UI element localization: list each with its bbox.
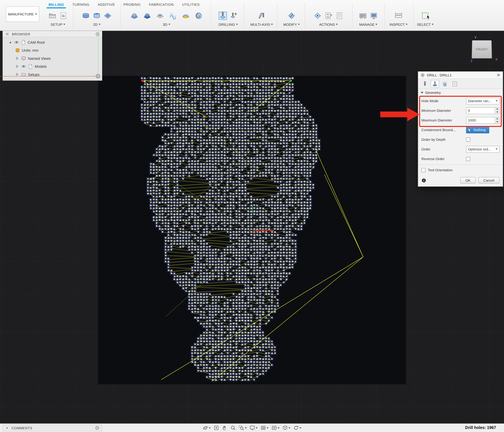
spin-down-icon[interactable] xyxy=(495,120,499,123)
spin-up-icon[interactable] xyxy=(495,107,499,110)
toolbar-group-label-multi-axis[interactable]: MULTI-AXIS xyxy=(251,23,273,26)
viewports-button[interactable] xyxy=(271,425,279,431)
cylinder-icon xyxy=(15,48,20,53)
fusion-manufacture-app: MANUFACTURE MILLINGTURNINGADDITIVEPROBIN… xyxy=(0,0,504,432)
grid-layout-button[interactable] xyxy=(261,425,269,431)
max-diameter-input[interactable]: 1000 xyxy=(466,117,499,123)
browser-header[interactable]: BROWSER xyxy=(2,31,102,37)
browser-item-named-views[interactable]: Named Views xyxy=(3,54,102,62)
order-by-depth-checkbox[interactable] xyxy=(466,137,470,142)
panel-menu-icon[interactable] xyxy=(95,32,100,36)
modify-icon[interactable] xyxy=(288,11,296,20)
toolbar-group-label-inspect[interactable]: INSPECT xyxy=(389,23,408,26)
workspace-switcher-button[interactable]: MANUFACTURE xyxy=(6,6,39,22)
contour-2d-icon[interactable] xyxy=(104,11,112,20)
tab-additive[interactable]: ADDITIVE xyxy=(94,0,119,9)
browser-item-cam-root[interactable]: CAM Root xyxy=(3,38,102,46)
flat-3d-icon[interactable] xyxy=(156,11,164,20)
drill-icon[interactable] xyxy=(219,11,227,20)
toolbar-group-label-actions[interactable]: ACTIONS xyxy=(319,23,338,26)
reverse-order-row: Reverse Order xyxy=(418,154,503,164)
dialog-tab-heights-tab-icon[interactable] xyxy=(441,80,449,88)
containment-nothing-button[interactable]: Nothing xyxy=(466,126,489,133)
expand-closed-icon[interactable] xyxy=(15,64,19,69)
spiral-3d-icon[interactable] xyxy=(195,11,203,20)
look-at-button[interactable] xyxy=(214,425,219,431)
pocket-2d-icon[interactable] xyxy=(92,11,101,20)
geometry-section-header[interactable]: Geometry xyxy=(418,89,503,96)
display-settings-button[interactable] xyxy=(250,425,258,431)
comments-panel[interactable]: COMMENTS xyxy=(2,424,102,431)
dialog-tab-passes-tab-icon[interactable] xyxy=(451,80,459,88)
expand-closed-icon[interactable] xyxy=(15,56,19,61)
spin-up-icon[interactable] xyxy=(495,117,499,120)
zoom-window-button[interactable] xyxy=(239,425,247,431)
section-collapse-icon[interactable] xyxy=(421,92,423,93)
min-diameter-value: 0 xyxy=(466,107,495,114)
expand-closed-icon[interactable] xyxy=(15,72,19,77)
dock-left-icon[interactable] xyxy=(5,32,9,36)
tool-orientation-checkbox[interactable] xyxy=(422,168,426,172)
spinner-buttons[interactable] xyxy=(495,107,499,114)
dialog-tab-geometry-tab-icon[interactable] xyxy=(431,80,439,88)
pocket-3d-icon[interactable] xyxy=(143,11,151,20)
viewcube-front-face[interactable]: FRONT xyxy=(472,40,492,58)
tab-turning[interactable]: TURNING xyxy=(68,0,94,9)
pan-button[interactable] xyxy=(222,425,227,431)
expand-open-icon[interactable] xyxy=(8,40,12,44)
tab-probing[interactable]: PROBING xyxy=(119,0,145,9)
simulate-icon[interactable] xyxy=(313,11,322,20)
order-dropdown[interactable]: Optimize ord... xyxy=(466,146,499,152)
cancel-button[interactable]: Cancel xyxy=(478,177,500,184)
toolbar-separator xyxy=(244,2,244,28)
swarf-icon[interactable] xyxy=(257,11,266,20)
toolbar-group-label-manage[interactable]: MANAGE xyxy=(359,23,378,26)
toolbar-group-label-3d[interactable]: 3D xyxy=(163,23,170,26)
toolbar-group-label-drilling[interactable]: DRILLING xyxy=(219,23,238,26)
navigation-dock xyxy=(203,425,301,431)
scallop-3d-icon[interactable] xyxy=(182,11,190,20)
refresh-button[interactable] xyxy=(293,425,301,431)
chevron-down-icon xyxy=(99,24,100,25)
setup-sheet-icon[interactable] xyxy=(335,11,343,20)
tab-utilities[interactable]: UTILITIES xyxy=(178,0,204,9)
adaptive-3d-icon[interactable] xyxy=(130,11,138,20)
dialog-tab-tool-tab-icon[interactable] xyxy=(421,80,429,88)
comments-expand-icon[interactable] xyxy=(5,426,9,430)
browser-item-models[interactable]: Models xyxy=(3,62,102,70)
hole-mode-dropdown[interactable]: Diameter ran... xyxy=(466,97,499,104)
info-icon[interactable]: i xyxy=(422,178,426,183)
gcode-doc-icon[interactable]: G xyxy=(59,11,67,20)
post-process-icon[interactable]: G1G2 xyxy=(324,11,333,20)
tab-milling[interactable]: MILLING xyxy=(45,0,68,9)
folder-icon[interactable] xyxy=(48,11,57,20)
visual-style-button[interactable] xyxy=(282,425,290,431)
view-cube[interactable]: FRONT Y X Z xyxy=(472,40,492,60)
browser-item-setups[interactable]: Setups xyxy=(3,70,102,78)
toolpath-canvas[interactable] xyxy=(98,76,406,384)
min-diameter-input[interactable]: 0 xyxy=(466,107,499,114)
tool-library-icon[interactable] xyxy=(370,11,378,20)
browser-item-units-mm[interactable]: Units: mm xyxy=(3,46,102,54)
collapse-panel-icon[interactable] xyxy=(496,73,501,77)
toolbar-group-label-2d[interactable]: 2D xyxy=(93,23,100,26)
machine-library-icon[interactable] xyxy=(359,11,367,20)
face-2d-icon[interactable] xyxy=(82,11,90,20)
spin-down-icon[interactable] xyxy=(495,110,499,114)
zoom-button[interactable] xyxy=(230,425,236,431)
orbit-button[interactable] xyxy=(203,425,211,431)
measure-icon[interactable] xyxy=(394,11,403,20)
ok-button[interactable]: OK xyxy=(460,177,476,184)
spinner-buttons[interactable] xyxy=(495,117,499,123)
reverse-order-checkbox[interactable] xyxy=(466,157,470,161)
toolbar-group-label-modify[interactable]: MODIFY xyxy=(283,23,300,26)
tab-fabrication[interactable]: FABRICATION xyxy=(145,0,178,9)
dialog-titlebar[interactable]: DRILL : DRILL1 xyxy=(418,72,503,79)
order-value: Optimize ord... xyxy=(468,147,495,151)
toolbar-separator xyxy=(211,2,211,28)
toolbar-group-label-select[interactable]: SELECT xyxy=(417,23,433,26)
parallel-3d-icon[interactable] xyxy=(169,11,177,20)
toolbar-group-label-setup[interactable]: SETUP xyxy=(51,23,65,26)
drill-add-icon[interactable] xyxy=(229,11,238,20)
panel-menu-icon[interactable] xyxy=(95,426,99,430)
